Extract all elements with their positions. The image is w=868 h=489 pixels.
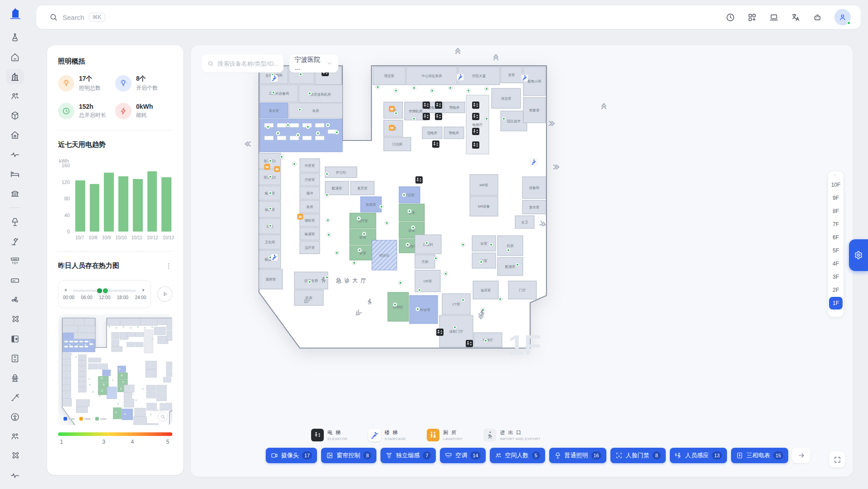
sidebar-item-pulse[interactable] — [6, 147, 24, 162]
sensor-marker[interactable] — [116, 327, 117, 329]
sensor-marker[interactable] — [325, 193, 329, 197]
topbar-workspace-icon[interactable] — [769, 13, 779, 22]
sensor-marker[interactable] — [128, 387, 130, 389]
sensor-marker[interactable] — [466, 88, 470, 92]
sensor-marker[interactable] — [326, 123, 330, 127]
sensor-marker[interactable] — [88, 378, 90, 380]
sensor-marker[interactable] — [268, 191, 272, 195]
sidebar-item-hydrant[interactable] — [6, 370, 24, 386]
sensor-marker[interactable] — [461, 298, 465, 302]
sensor-marker[interactable] — [120, 388, 122, 390]
play-button[interactable] — [157, 286, 172, 302]
user-avatar[interactable] — [834, 9, 851, 25]
sidebar-item-house[interactable] — [6, 127, 24, 143]
sensor-marker[interactable] — [121, 375, 123, 377]
floor-button-3F[interactable]: 3F — [829, 271, 843, 283]
sidebar-item-building[interactable] — [6, 69, 24, 84]
sensor-marker[interactable] — [122, 381, 124, 383]
sensor-marker[interactable] — [515, 262, 519, 266]
sensor-marker[interactable] — [298, 72, 302, 76]
slider-handle[interactable] — [102, 287, 109, 294]
sensor-marker[interactable] — [266, 125, 270, 129]
sensor-marker[interactable] — [444, 271, 448, 276]
sensor-marker[interactable] — [131, 393, 133, 395]
sensor-marker[interactable] — [484, 87, 488, 91]
sensor-marker[interactable] — [279, 155, 283, 159]
sensor-marker[interactable] — [430, 88, 434, 92]
sensor-marker[interactable] — [489, 242, 493, 247]
sensor-marker[interactable] — [69, 344, 71, 346]
slider-next-icon[interactable] — [141, 287, 146, 293]
topbar-assistant-icon[interactable] — [813, 13, 822, 22]
sidebar-item-flask[interactable] — [6, 30, 24, 45]
chips-more-button[interactable] — [792, 448, 810, 463]
elevator-marker[interactable] — [415, 176, 423, 184]
device-chip-摄像头[interactable]: 摄像头17 — [266, 448, 317, 463]
topbar-apps-icon[interactable] — [747, 13, 757, 22]
sidebar-item-pulse[interactable] — [6, 468, 24, 483]
sensor-marker[interactable] — [307, 280, 312, 284]
sidebar-item-lamp[interactable] — [6, 214, 24, 230]
sensor-marker[interactable] — [149, 395, 151, 397]
fullscreen-button[interactable] — [829, 451, 845, 468]
sensor-marker[interactable] — [407, 209, 411, 213]
caret-up-icon[interactable] — [833, 174, 839, 178]
sensor-marker[interactable] — [101, 378, 102, 379]
sensor-marker[interactable] — [66, 373, 68, 375]
sensor-marker[interactable] — [394, 111, 398, 115]
sensor-marker[interactable] — [405, 242, 410, 247]
floor-button-1F[interactable]: 1F — [829, 297, 843, 310]
sensor-marker[interactable] — [484, 116, 488, 121]
sensor-marker[interactable] — [448, 86, 452, 90]
device-chip-三相电表[interactable]: 三相电表15 — [731, 448, 788, 463]
sensor-marker[interactable] — [70, 353, 72, 355]
sensor-marker[interactable] — [268, 223, 272, 228]
sidebar-item-valve[interactable] — [6, 312, 24, 327]
device-badge-marker[interactable]: M — [389, 106, 395, 112]
sensor-marker[interactable] — [434, 256, 438, 260]
sensor-marker[interactable] — [326, 218, 330, 222]
elevator-marker[interactable] — [423, 102, 430, 109]
sensor-marker[interactable] — [110, 373, 112, 375]
sensor-marker[interactable] — [356, 216, 361, 220]
sensor-marker[interactable] — [88, 341, 90, 343]
sensor-marker[interactable] — [85, 344, 87, 346]
device-chip-窗帘控制[interactable]: 窗帘控制8 — [321, 448, 376, 463]
floor-button-4F[interactable]: 4F — [829, 257, 843, 270]
sensor-marker[interactable] — [335, 130, 339, 134]
device-chip-空调[interactable]: 空调14 — [440, 448, 485, 463]
sensor-marker[interactable] — [125, 406, 127, 407]
sensor-marker[interactable] — [424, 241, 429, 245]
sensor-marker[interactable] — [296, 133, 300, 137]
sidebar-item-accessibility[interactable] — [6, 409, 24, 425]
caret-down-icon[interactable] — [833, 310, 839, 315]
floor-button-2F[interactable]: 2F — [829, 284, 843, 296]
sensor-marker[interactable] — [82, 328, 83, 330]
sensor-marker[interactable] — [82, 402, 83, 404]
map-settings-button[interactable] — [849, 239, 868, 271]
sensor-marker[interactable] — [327, 232, 331, 237]
sidebar-item-cube[interactable] — [6, 108, 24, 123]
elevator-marker[interactable] — [423, 113, 430, 120]
device-chip-人脸门禁[interactable]: 人脸门禁8 — [610, 448, 666, 463]
sensor-marker[interactable] — [78, 320, 80, 322]
sensor-marker[interactable] — [151, 326, 153, 328]
sensor-marker[interactable] — [88, 368, 90, 370]
sensor-marker[interactable] — [297, 107, 302, 111]
sensor-marker[interactable] — [160, 390, 162, 392]
sensor-marker[interactable] — [393, 302, 397, 306]
sensor-marker[interactable] — [379, 204, 383, 208]
sensor-marker[interactable] — [362, 232, 366, 236]
sensor-marker[interactable] — [119, 368, 121, 370]
sensor-marker[interactable] — [99, 395, 101, 397]
slider-track[interactable] — [73, 290, 136, 292]
device-search-input[interactable] — [218, 60, 278, 67]
sidebar-item-desk-lamp[interactable] — [6, 234, 24, 249]
sensor-marker[interactable] — [66, 355, 68, 357]
sensor-marker[interactable] — [151, 338, 153, 340]
sensor-marker[interactable] — [158, 338, 160, 340]
sensor-marker[interactable] — [67, 321, 68, 323]
floor-button-9F[interactable]: 9F — [829, 192, 843, 204]
sensor-marker[interactable] — [116, 336, 117, 338]
sidebar-item-ac-vent[interactable] — [6, 253, 24, 269]
